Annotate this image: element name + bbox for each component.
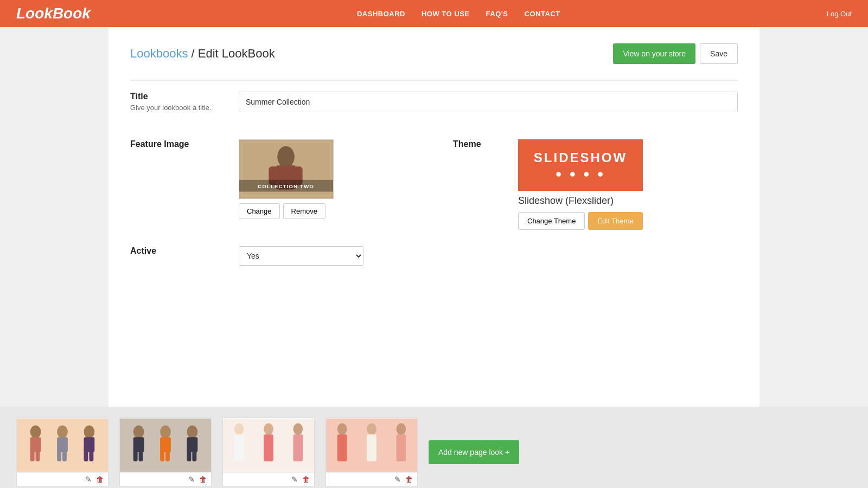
svg-rect-36	[234, 434, 244, 461]
nav-contact[interactable]: CONTACT	[525, 10, 560, 18]
svg-rect-47	[396, 434, 406, 461]
title-label-group: Title Give your lookbook a title.	[130, 92, 239, 112]
title-input[interactable]	[239, 92, 738, 112]
header: LookBook DASHBOARD HOW TO USE FAQ'S CONT…	[0, 0, 868, 27]
add-page-look-button[interactable]: Add new page look +	[429, 440, 519, 464]
svg-rect-45	[367, 434, 376, 461]
active-label-group: Active	[130, 246, 239, 258]
breadcrumb-current: Edit LookBook	[198, 47, 275, 60]
change-theme-button[interactable]: Change Theme	[518, 212, 585, 230]
list-item: ✎ 🗑	[326, 418, 418, 486]
svg-rect-19	[84, 448, 88, 461]
svg-point-37	[264, 423, 273, 435]
svg-rect-40	[293, 434, 303, 461]
look-image-2	[120, 418, 211, 472]
svg-rect-24	[133, 448, 138, 461]
edit-look-4-icon[interactable]: ✎	[394, 475, 401, 484]
svg-rect-29	[165, 448, 170, 461]
svg-rect-33	[192, 448, 196, 461]
delete-look-4-icon[interactable]: 🗑	[405, 475, 413, 484]
svg-rect-43	[337, 434, 347, 461]
delete-look-3-icon[interactable]: 🗑	[302, 475, 310, 484]
remove-image-button[interactable]: Remove	[283, 203, 326, 219]
theme-label-group: Theme	[453, 139, 518, 151]
feature-image-label: Feature Image	[130, 139, 239, 149]
svg-rect-38	[264, 434, 273, 461]
active-section: Active Yes No	[130, 246, 738, 277]
breadcrumb-area: Lookbooks / Edit LookBook View on your s…	[130, 43, 738, 64]
svg-point-22	[133, 425, 144, 438]
view-store-button[interactable]: View on your store	[613, 43, 695, 64]
delete-look-2-icon[interactable]: 🗑	[199, 475, 207, 484]
theme-content: SLIDESHOW ● ● ● ● Slideshow (Flexslider)…	[518, 139, 643, 230]
breadcrumb-separator: /	[192, 47, 198, 60]
theme-name: Slideshow (Flexslider)	[518, 195, 614, 207]
feature-image-label-group: Feature Image	[130, 139, 239, 151]
svg-rect-11	[30, 448, 35, 461]
theme-preview: SLIDESHOW ● ● ● ●	[518, 139, 643, 191]
theme-label: Theme	[453, 139, 518, 149]
nav-dashboard[interactable]: DASHBOARD	[357, 10, 405, 18]
edit-look-3-icon[interactable]: ✎	[291, 475, 298, 484]
title-sublabel: Give your lookbook a title.	[130, 104, 239, 112]
look-image-1	[17, 418, 108, 472]
list-item: ✎ 🗑	[222, 418, 315, 486]
theme-preview-dots: ● ● ● ●	[556, 168, 606, 180]
active-select[interactable]: Yes No	[239, 246, 363, 266]
breadcrumb-actions: View on your store Save	[613, 43, 738, 64]
svg-rect-28	[160, 448, 164, 461]
feature-image-section: Feature Image	[130, 139, 334, 230]
look-image-4	[326, 418, 417, 472]
svg-point-2	[277, 146, 295, 168]
svg-point-17	[84, 425, 95, 438]
svg-rect-32	[187, 448, 192, 461]
edit-look-2-icon[interactable]: ✎	[188, 475, 195, 484]
image-buttons: Change Remove	[239, 203, 326, 219]
save-button[interactable]: Save	[700, 43, 738, 64]
svg-point-13	[57, 425, 68, 438]
svg-text:COLLECTION TWO: COLLECTION TWO	[258, 183, 314, 189]
feature-image-preview: COLLECTION TWO	[239, 139, 334, 199]
change-image-button[interactable]: Change	[239, 203, 280, 219]
svg-point-26	[160, 425, 171, 438]
nav: DASHBOARD HOW TO USE FAQ'S CONTACT	[357, 10, 560, 18]
look-actions-3: ✎ 🗑	[223, 472, 314, 486]
svg-point-30	[187, 425, 198, 438]
title-label: Title	[130, 92, 239, 101]
look-image-3	[223, 418, 314, 472]
theme-preview-title: SLIDESHOW	[534, 150, 627, 165]
breadcrumb: Lookbooks / Edit LookBook	[130, 47, 275, 61]
main-content: Lookbooks / Edit LookBook View on your s…	[108, 27, 760, 407]
feature-theme-row: Feature Image	[130, 139, 738, 230]
theme-section: Theme SLIDESHOW ● ● ● ● Slideshow (Flexs…	[453, 139, 643, 230]
svg-rect-20	[89, 448, 93, 461]
svg-point-9	[30, 425, 41, 438]
active-label: Active	[130, 246, 239, 256]
list-item: ✎ 🗑	[119, 418, 212, 486]
svg-rect-25	[139, 448, 143, 461]
nav-how-to-use[interactable]: HOW TO USE	[422, 10, 470, 18]
feature-image-content: COLLECTION TWO Change Remove	[239, 139, 334, 219]
svg-rect-15	[57, 448, 61, 461]
edit-look-1-icon[interactable]: ✎	[85, 475, 92, 484]
theme-buttons: Change Theme Edit Theme	[518, 212, 643, 230]
svg-point-39	[293, 423, 303, 435]
svg-point-46	[396, 423, 406, 435]
delete-look-1-icon[interactable]: 🗑	[96, 475, 104, 484]
svg-rect-12	[36, 448, 40, 461]
svg-rect-16	[62, 448, 67, 461]
edit-theme-button[interactable]: Edit Theme	[588, 212, 642, 230]
title-section: Title Give your lookbook a title.	[130, 92, 738, 123]
look-actions-2: ✎ 🗑	[120, 472, 211, 486]
page-looks-section: ✎ 🗑	[0, 407, 868, 488]
look-actions-4: ✎ 🗑	[326, 472, 417, 486]
nav-faqs[interactable]: FAQ'S	[486, 10, 508, 18]
active-input-area: Yes No	[239, 246, 738, 266]
logo: LookBook	[16, 5, 91, 22]
svg-point-44	[367, 423, 376, 435]
logout-button[interactable]: Log Out	[827, 10, 852, 18]
svg-point-42	[337, 423, 347, 435]
title-input-area	[239, 92, 738, 112]
svg-point-35	[234, 423, 244, 435]
breadcrumb-lookbooks-link[interactable]: Lookbooks	[130, 47, 188, 60]
